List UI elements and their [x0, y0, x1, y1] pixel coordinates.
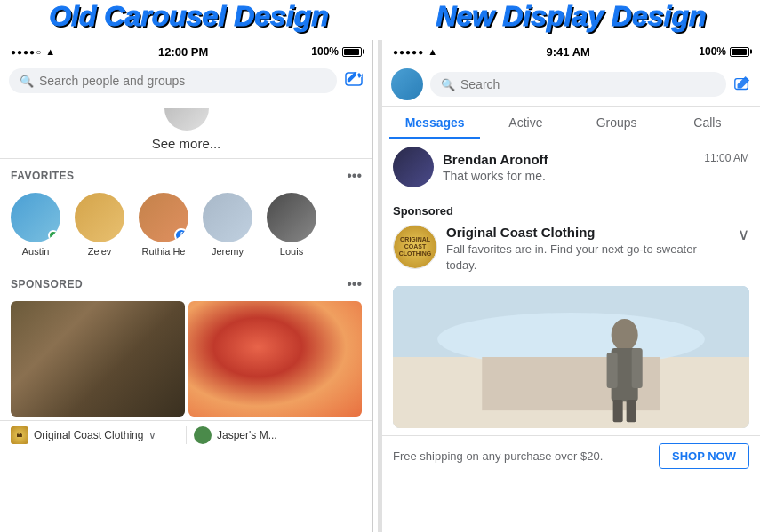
left-time: 12:00 PM — [158, 45, 208, 59]
ad-item-occ[interactable]: 🏔 Original Coast Clothing ∨ — [11, 426, 179, 444]
sponsored-section: SPONSORED ••• 🏔 Original Coast Clothing … — [0, 267, 372, 449]
user-avatar[interactable] — [391, 68, 423, 100]
favorites-section-header: FAVORITES ••• — [0, 159, 372, 189]
shop-now-button[interactable]: SHOP NOW — [659, 443, 749, 469]
left-search-bar[interactable]: 🔍 — [9, 68, 337, 93]
ad-footer-text: Free shipping on any purchase over $20. — [393, 449, 603, 463]
ad-divider — [186, 426, 187, 444]
contact-name: Ruthia He — [142, 246, 186, 257]
wifi-icon-right: ▲ — [428, 46, 437, 57]
list-item[interactable]: Ze'ev — [75, 193, 124, 257]
tab-groups-label: Groups — [596, 115, 637, 130]
compose-button-right[interactable] — [733, 75, 751, 93]
svg-rect-10 — [632, 348, 643, 388]
navigation-tabs: Messages Active Groups Calls — [382, 107, 760, 139]
right-signal: ●●●●● ▲ — [393, 46, 437, 57]
tab-active[interactable]: Active — [480, 107, 571, 139]
avatar: f — [139, 193, 188, 242]
ad-card-food[interactable] — [188, 301, 363, 417]
battery-icon-right — [730, 47, 749, 57]
ad-description: Fall favorites are in. Find your next go… — [446, 242, 729, 274]
svg-point-7 — [612, 319, 638, 351]
search-icon-right: 🔍 — [441, 78, 455, 91]
left-panel: ●●●●○ ▲ 12:00 PM 100% 🔍 See more. — [0, 40, 373, 532]
battery-pct-left: 100% — [311, 45, 339, 58]
ad-expand-button[interactable]: ∨ — [738, 225, 749, 244]
search-input-right[interactable] — [460, 77, 716, 91]
sponsored-detail-block: Sponsored ORIGINALCOASTCLOTHING Original… — [382, 195, 760, 279]
tab-active-label: Active — [508, 115, 542, 130]
search-icon-left: 🔍 — [20, 75, 34, 88]
sponsored-section-header: SPONSORED ••• — [0, 267, 372, 298]
ad-image-food — [188, 301, 363, 417]
sponsored-label: SPONSORED — [11, 278, 83, 290]
message-row[interactable]: Brendan Aronoff 11:00 AM That works for … — [382, 139, 760, 195]
brand-name: Original Coast Clothing — [446, 225, 729, 240]
message-preview: That works for me. — [443, 169, 749, 183]
see-more-area: See more... — [0, 99, 372, 159]
old-design-title: Old Carousel Design — [0, 0, 378, 33]
message-content: Brendan Aronoff 11:00 AM That works for … — [443, 152, 749, 183]
ad-footer: Free shipping on any purchase over $20. … — [382, 435, 760, 476]
contact-name: Louis — [280, 246, 303, 257]
occ-logo-text: ORIGINALCOASTCLOTHING — [399, 236, 432, 257]
avatar — [203, 193, 252, 242]
ad-detail-row: ORIGINALCOASTCLOTHING Original Coast Clo… — [393, 225, 749, 274]
tab-calls-label: Calls — [693, 115, 721, 130]
list-item[interactable]: Jeremy — [203, 193, 252, 257]
right-time: 9:41 AM — [547, 45, 590, 59]
right-search-bar[interactable]: 🔍 — [430, 72, 726, 97]
ad-image-shoes — [11, 301, 185, 417]
signal-dots-left: ●●●●○ — [11, 47, 42, 57]
jaspers-logo-small — [194, 426, 212, 444]
online-indicator — [48, 230, 59, 241]
battery-pct-right: 100% — [699, 45, 726, 58]
contact-name: Austin — [22, 246, 50, 257]
sponsored-bottom-bar: 🏔 Original Coast Clothing ∨ Jasper's M..… — [0, 420, 372, 449]
ad-image-svg — [393, 286, 749, 428]
contact-name: Jeremy — [212, 246, 244, 257]
see-more-text[interactable]: See more... — [152, 134, 221, 153]
right-status-bar: ●●●●● ▲ 9:41 AM 100% — [382, 40, 760, 63]
avatar — [11, 193, 60, 242]
list-item[interactable]: f Ruthia He — [139, 193, 188, 257]
tab-groups[interactable]: Groups — [572, 107, 662, 139]
tab-calls[interactable]: Calls — [662, 107, 753, 139]
svg-rect-11 — [613, 400, 623, 422]
ad-card-shoes[interactable] — [11, 301, 185, 417]
tab-messages[interactable]: Messages — [389, 107, 480, 139]
left-battery: 100% — [311, 45, 362, 58]
left-search-area: 🔍 — [0, 63, 372, 99]
ad-item-jaspers[interactable]: Jasper's M... — [194, 426, 362, 444]
brendan-avatar — [393, 147, 434, 187]
message-header: Brendan Aronoff 11:00 AM — [443, 152, 749, 167]
svg-rect-12 — [627, 400, 636, 422]
wifi-icon-left: ▲ — [45, 46, 55, 57]
partial-avatar — [164, 108, 209, 131]
sender-name: Brendan Aronoff — [443, 152, 548, 167]
sponsored-ads-row — [0, 298, 372, 420]
left-status-bar: ●●●●○ ▲ 12:00 PM 100% — [0, 40, 372, 63]
sponsored-detail-label: Sponsored — [393, 204, 749, 218]
sponsored-more-button[interactable]: ••• — [347, 276, 362, 292]
contact-name: Ze'ev — [88, 246, 112, 257]
left-signal: ●●●●○ ▲ — [11, 46, 55, 57]
ad-image-container — [393, 286, 749, 428]
svg-rect-9 — [607, 353, 618, 388]
favorites-label: FAVORITES — [11, 170, 75, 182]
battery-icon-left — [342, 47, 362, 57]
new-design-title: New Display Design — [382, 0, 760, 33]
favorites-more-button[interactable]: ••• — [347, 168, 362, 184]
right-battery: 100% — [699, 45, 749, 58]
search-input-left[interactable] — [39, 74, 326, 88]
list-item[interactable]: Louis — [267, 193, 316, 257]
occ-ad-name: Original Coast Clothing — [34, 429, 143, 441]
avatar — [267, 193, 316, 242]
signal-dots-right: ●●●●● — [393, 47, 424, 57]
avatar — [75, 193, 124, 242]
occ-chevron-icon: ∨ — [148, 429, 156, 441]
jaspers-ad-name: Jasper's M... — [217, 429, 277, 441]
right-search-area: 🔍 — [382, 63, 760, 107]
list-item[interactable]: Austin — [11, 193, 60, 257]
compose-button-left[interactable] — [344, 71, 364, 91]
